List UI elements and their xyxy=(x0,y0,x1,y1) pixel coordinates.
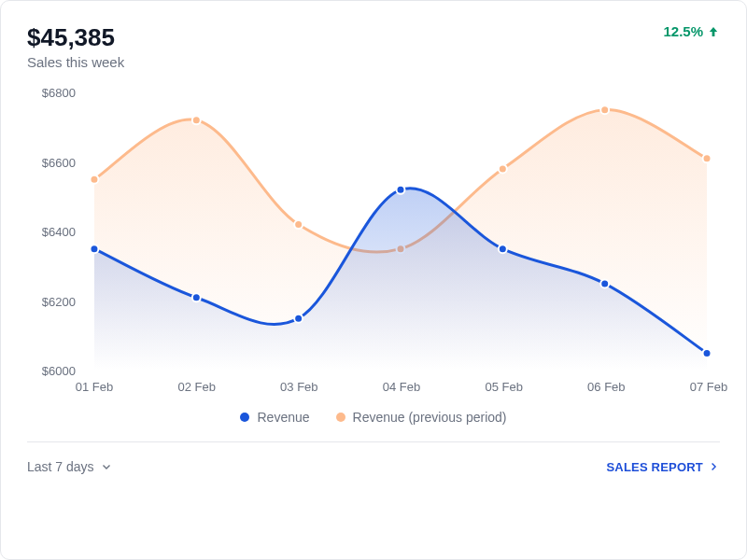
legend-swatch xyxy=(240,413,249,422)
svg-point-11 xyxy=(499,245,507,253)
legend-label: Revenue xyxy=(257,410,309,425)
legend-item[interactable]: Revenue (previous period) xyxy=(336,410,507,425)
svg-point-12 xyxy=(600,280,609,288)
sales-card: $45,385 Sales this week 12.5% $6000$6200… xyxy=(0,0,747,560)
legend-swatch xyxy=(336,413,345,422)
y-tick-label: $6400 xyxy=(42,225,76,239)
x-tick-label: 05 Feb xyxy=(485,380,522,394)
delta-value: 12.5% xyxy=(663,23,703,39)
x-axis: 01 Feb02 Feb03 Feb04 Feb05 Feb06 Feb07 F… xyxy=(81,374,720,400)
delta-indicator: 12.5% xyxy=(663,23,720,39)
chart-plot xyxy=(81,92,720,371)
svg-point-2 xyxy=(294,220,303,229)
svg-point-1 xyxy=(192,116,201,124)
svg-point-13 xyxy=(703,349,712,357)
y-tick-label: $6000 xyxy=(42,364,76,378)
x-tick-label: 04 Feb xyxy=(383,380,420,394)
line-chart-svg xyxy=(81,92,720,371)
sales-subtitle: Sales this week xyxy=(27,54,124,70)
sales-total: $45,385 xyxy=(27,23,124,52)
y-tick-label: $6800 xyxy=(42,86,76,100)
sales-report-link[interactable]: SALES REPORT xyxy=(606,460,720,474)
svg-point-0 xyxy=(90,175,98,184)
svg-point-7 xyxy=(90,245,98,253)
legend-item[interactable]: Revenue xyxy=(240,410,309,425)
x-tick-label: 03 Feb xyxy=(280,380,317,394)
svg-point-9 xyxy=(294,315,303,323)
x-tick-label: 06 Feb xyxy=(587,380,625,394)
x-tick-label: 02 Feb xyxy=(177,380,215,394)
chevron-right-icon xyxy=(707,460,720,473)
totals-block: $45,385 Sales this week xyxy=(27,23,124,70)
y-tick-label: $6200 xyxy=(42,294,76,308)
svg-point-5 xyxy=(600,105,609,114)
svg-point-4 xyxy=(499,165,507,174)
svg-point-6 xyxy=(703,154,712,162)
card-footer: Last 7 days SALES REPORT xyxy=(27,441,720,474)
x-tick-label: 07 Feb xyxy=(690,380,727,394)
y-axis: $6000$6200$6400$6600$6800 xyxy=(27,92,81,371)
chart-legend: RevenueRevenue (previous period) xyxy=(27,410,720,425)
chart-area: $6000$6200$6400$6600$6800 01 Feb02 Feb03… xyxy=(27,92,720,400)
x-tick-label: 01 Feb xyxy=(76,380,113,394)
date-range-label: Last 7 days xyxy=(27,459,94,474)
arrow-up-icon xyxy=(707,25,720,38)
sales-report-label: SALES REPORT xyxy=(606,460,703,474)
chevron-down-icon xyxy=(100,460,113,473)
svg-point-8 xyxy=(192,293,201,301)
date-range-dropdown[interactable]: Last 7 days xyxy=(27,459,113,474)
y-tick-label: $6600 xyxy=(42,155,76,169)
svg-point-10 xyxy=(397,186,405,194)
legend-label: Revenue (previous period) xyxy=(353,410,507,425)
card-header: $45,385 Sales this week 12.5% xyxy=(27,23,720,70)
